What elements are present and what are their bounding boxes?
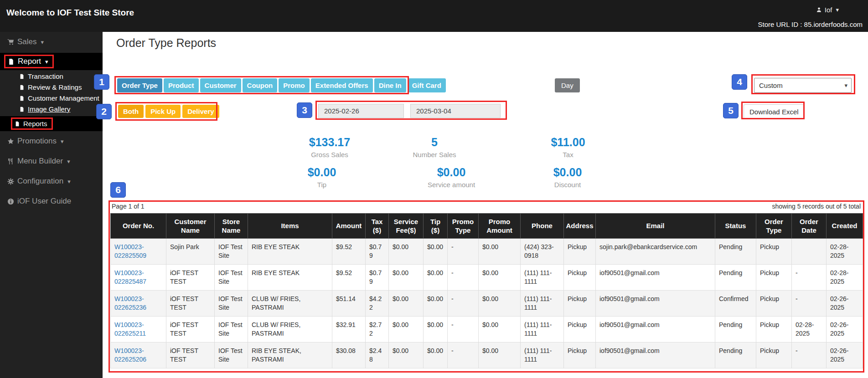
stat-value: $0.00	[253, 166, 390, 179]
cell-phone: (111) 111-1111	[521, 291, 564, 317]
sidebar-menu: Sales▾Report▾TransactionReview & Ratings…	[0, 32, 103, 211]
download-excel-button[interactable]: Download Excel	[744, 104, 805, 119]
column-header-status: Status	[715, 214, 756, 239]
mode-both-button[interactable]: Both	[118, 105, 144, 118]
tab-gift-card[interactable]: Gift Card	[408, 78, 446, 92]
sidebar-item-inner: Image Gallery	[19, 105, 70, 113]
sidebar-item-inner: iOF User Guide	[7, 197, 71, 206]
mode-pick-up-button[interactable]: Pick Up	[145, 105, 181, 118]
doc-icon	[19, 85, 25, 90]
sidebar-item-menu-builder[interactable]: Menu Builder▾	[0, 151, 103, 171]
records-info: showing 5 records out of 5 total	[772, 203, 861, 210]
sidebar-item-label: Promotions	[17, 137, 57, 146]
sidebar-item-label: Customer Management	[28, 94, 99, 102]
sidebar-item-inner: Report▾	[4, 55, 54, 68]
stat-value: $11.00	[500, 136, 636, 149]
annotation-badge-2: 2	[96, 104, 112, 119]
order-number-link[interactable]: W100023-022625236	[114, 295, 146, 311]
cell-phone: (111) 111-1111	[521, 265, 564, 291]
star-icon	[7, 138, 14, 145]
sidebar-item-label: Report	[18, 57, 41, 66]
cell-address: Pickup	[564, 291, 596, 317]
order-number-link[interactable]: W100023-022625206	[114, 347, 146, 363]
cell-order-date: 02-28-2025	[792, 317, 827, 342]
sidebar-item-transaction[interactable]: Transaction	[0, 72, 103, 81]
store-url-label: Store URL ID : 85.iorderfoods.com	[758, 20, 863, 28]
tab-extended-offers[interactable]: Extended Offers	[311, 78, 373, 92]
app-header: Welcome to IOF Test Site Store Iof ▾ Sto…	[0, 0, 868, 32]
cell-email: iof90501@gmail.com	[596, 291, 715, 317]
annotation-badge-4: 4	[732, 74, 747, 90]
column-header-customer-name: Customer Name	[166, 214, 215, 239]
cell-order-type: Pickup	[756, 265, 792, 291]
tab-customer[interactable]: Customer	[200, 78, 241, 92]
order-number-link[interactable]: W100023-022625211	[114, 321, 146, 337]
sidebar-item-inner: Transaction	[19, 72, 63, 81]
cell-service-fee: $0.00	[389, 265, 424, 291]
doc-icon	[19, 107, 25, 112]
cell-status: Pending	[715, 239, 756, 265]
day-button[interactable]: Day	[555, 78, 580, 92]
sidebar-item-sales[interactable]: Sales▾	[0, 32, 103, 52]
sidebar-item-iof-user-guide[interactable]: iOF User Guide	[0, 191, 103, 211]
table-row: W100023-022625236iOF TEST TESTIOF Test S…	[111, 291, 863, 317]
cell-amount: $51.14	[332, 291, 366, 317]
cell-store-name: IOF Test Site	[215, 342, 248, 368]
tab-dine-in[interactable]: Dine In	[374, 78, 406, 92]
cell-promo-amount: $0.00	[479, 317, 521, 342]
sidebar-item-reports[interactable]: Reports	[0, 116, 103, 131]
sidebar-item-label: Configuration	[17, 177, 63, 186]
sidebar-item-image-gallery[interactable]: Image Gallery	[0, 104, 103, 114]
mode-delivery-button[interactable]: Delivery	[182, 105, 219, 118]
cell-order-type: Pickup	[756, 317, 792, 342]
chevron-down-icon: ▾	[836, 6, 839, 13]
cell-service-fee: $0.00	[389, 239, 424, 265]
stat-tip: $0.00Tip	[253, 166, 390, 189]
cell-status: Pending	[715, 317, 756, 342]
cell-items: CLUB W/ FRIES, PASTRAMI	[248, 317, 332, 342]
range-select[interactable]: Custom ▾	[754, 78, 852, 93]
cell-created: 02-28-2025	[827, 265, 863, 291]
stat-tax: $11.00Tax	[500, 136, 636, 158]
order-number-link[interactable]: W100023-022825509	[114, 243, 146, 259]
tab-order-type[interactable]: Order Type	[117, 78, 162, 92]
sidebar-item-customer-management[interactable]: Customer Management	[0, 93, 103, 103]
page-title: Order Type Reports	[116, 36, 216, 50]
cell-order-no: W100023-022625206	[111, 342, 166, 368]
user-label: Iof	[825, 6, 832, 14]
sidebar-item-configuration[interactable]: Configuration▾	[0, 171, 103, 191]
cell-order-date: -	[792, 342, 827, 368]
cell-order-date	[792, 239, 827, 265]
sidebar-item-promotions[interactable]: Promotions▾	[0, 131, 103, 151]
sidebar-item-label: Reports	[23, 120, 47, 128]
date-from-input[interactable]	[318, 104, 404, 118]
stat-value: 5	[366, 136, 503, 149]
person-icon	[816, 7, 822, 13]
date-to-input[interactable]	[410, 104, 501, 118]
sidebar-item-inner: Configuration▾	[7, 177, 71, 186]
sidebar-item-review-ratings[interactable]: Review & Ratings	[0, 82, 103, 92]
cell-status: Confirmed	[715, 291, 756, 317]
cell-tax: $2.48	[366, 342, 389, 368]
tab-coupon[interactable]: Coupon	[243, 78, 278, 92]
user-menu[interactable]: Iof ▾	[816, 6, 839, 14]
tab-promo[interactable]: Promo	[279, 78, 310, 92]
range-select-value: Custom	[759, 82, 783, 89]
cell-created: 02-26-2025	[827, 317, 863, 342]
cell-items: RIB EYE STEAK	[248, 265, 332, 291]
cell-order-date: -	[792, 291, 827, 317]
cell-amount: $9.52	[332, 265, 366, 291]
column-header-email: Email	[596, 214, 715, 239]
sidebar-item-report[interactable]: Report▾	[0, 53, 103, 70]
cell-promo-type: -	[448, 239, 479, 265]
tab-product[interactable]: Product	[164, 78, 199, 92]
order-number-link[interactable]: W100023-022825487	[114, 269, 146, 285]
column-header-tip: Tip ($)	[424, 214, 448, 239]
cell-promo-type: -	[448, 265, 479, 291]
cell-order-type: Pickup	[756, 342, 792, 368]
column-header-tax: Tax ($)	[366, 214, 389, 239]
stat-number-sales: 5Number Sales	[366, 136, 503, 158]
welcome-title: Welcome to IOF Test Site Store	[6, 8, 134, 18]
cell-address: Pickup	[564, 265, 596, 291]
chevron-down-icon: ▾	[844, 82, 847, 89]
